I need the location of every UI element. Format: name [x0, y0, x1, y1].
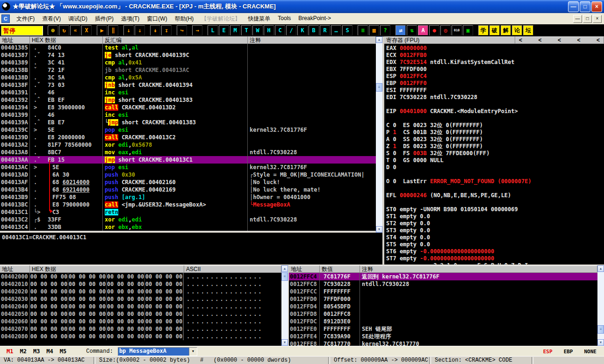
tab-m1[interactable]: M1 — [7, 348, 13, 355]
toolbar-assemble-button[interactable]: A — [418, 25, 428, 36]
toolbar-binary-button[interactable]: 010 — [452, 25, 462, 36]
register-line[interactable]: EBP 0012FFF0 — [386, 80, 604, 87]
register-line[interactable]: EAX 00000000 — [386, 45, 604, 52]
collapse-arrow[interactable]: < — [577, 37, 580, 43]
disasm-row[interactable]: 004013AC>5Epop esikernel32.7C81776F — [0, 164, 376, 171]
disasm-row[interactable]: 004013B4.68 69214000push CRACKME.0040216… — [0, 186, 376, 193]
disasm-row[interactable]: 0040139D.E8 20000000call CRACKME.004013C… — [0, 134, 376, 141]
toolbar-animate-over-button[interactable]: ↧ — [161, 25, 172, 36]
register-line[interactable] — [386, 115, 604, 122]
disasm-row[interactable]: 004013C4.33DBxor ebx,ebx — [0, 223, 376, 231]
menu-item[interactable]: BreakPoint-> — [295, 14, 335, 24]
register-line[interactable]: O 0 LastErr ERROR_MOD_NOT_FOUND (0000007… — [386, 178, 604, 185]
disasm-row[interactable]: 0040138D.3C 5Acmp al,0x5A — [0, 74, 376, 81]
dump-row[interactable]: 0040203000 00 00 0000 00 00 0000 00 00 0… — [0, 295, 281, 303]
disasm-row[interactable]: 004013A8.8BC7mov eax,edintdll.7C930228 — [0, 149, 376, 156]
disasm-row[interactable]: 00401387.ˇ74 13je short CRACKME.0040139C — [0, 51, 376, 59]
disasm-row[interactable]: 00401385.84C0test al,al — [0, 44, 376, 51]
command-dropdown-button[interactable]: ▼ — [189, 348, 197, 356]
toolbar-screen-button[interactable]: ▣ — [463, 25, 473, 36]
toolbar-step-over-button[interactable]: ⇓ — [135, 25, 145, 36]
toolbar-record-button[interactable]: ● — [429, 25, 439, 36]
dump-row[interactable]: 0040202000 00 00 0000 00 00 0000 00 00 0… — [0, 288, 281, 295]
registers-collapse-arrows[interactable]: <<<<< — [515, 36, 604, 44]
scroll-up-button[interactable]: ▲ — [281, 265, 288, 272]
toolbar-po-button[interactable]: 破 — [489, 25, 500, 36]
toolbar-lun-button[interactable]: 论 — [512, 25, 522, 36]
register-line[interactable]: ESP 0012FFC4 — [386, 73, 604, 80]
register-line[interactable]: ST0 empty -UNORM B9B0 01050104 00000069 — [386, 206, 604, 213]
dump-row[interactable]: 0040207000 00 00 0000 00 00 0000 00 00 0… — [0, 325, 281, 333]
disasm-row[interactable]: 004013BC.E8 79000000call <jmp.&USER32.Me… — [0, 201, 376, 208]
toolbar-windows-button[interactable]: W — [252, 25, 263, 36]
toolbar-swap-button[interactable]: ⇄ — [395, 25, 406, 36]
mdi-restore-button[interactable]: □ — [583, 15, 592, 23]
toolbar-go-to-button[interactable]: → — [192, 25, 202, 36]
scroll-thumb[interactable]: ≡ — [597, 325, 604, 334]
toolbar-target-button[interactable]: ◎ — [440, 25, 451, 36]
stack-row[interactable]: 0012FFD80012FFC8 — [289, 310, 597, 318]
tab-m5[interactable]: M5 — [60, 348, 66, 355]
collapse-arrow[interactable]: < — [597, 37, 600, 43]
toolbar-run-button[interactable]: ▶ — [97, 25, 107, 36]
command-input[interactable]: bp MessageBoxA ▼ — [118, 347, 197, 356]
toolbar-run-trace-button[interactable]: … — [331, 25, 341, 36]
register-line[interactable]: ST4 empty 0.0 — [386, 234, 604, 241]
toolbar-tan-button[interactable]: 坛 — [523, 25, 533, 36]
register-line[interactable] — [386, 171, 604, 178]
register-line[interactable]: EFL 00000246 (NO,NB,E,BE,NS,PE,GE,LE) — [386, 192, 604, 199]
disasm-row[interactable]: 00401399.46inc esi — [0, 111, 376, 119]
menu-item[interactable]: 调试(D) — [65, 14, 91, 24]
register-line[interactable]: A 0 SS 0023 32位 0(FFFFFFFF) — [386, 136, 604, 143]
stack-row[interactable]: 0012FFD480545DFD — [289, 303, 597, 310]
menu-item[interactable]: 查看(V) — [38, 14, 65, 24]
register-line[interactable]: EDX 7C92E514 ntdll.KiFastSystemCallRet — [386, 59, 604, 66]
toolbar-source-button[interactable]: S — [342, 25, 352, 36]
toolbar-xue-button[interactable]: 学 — [478, 25, 489, 36]
menu-item[interactable]: 【学破解论坛】 — [197, 14, 244, 24]
scroll-down-button[interactable]: ▼ — [597, 339, 604, 346]
stack-row[interactable]: 0012FFC87C930228ntdll.7C930228 — [289, 280, 597, 288]
toolbar-handles-button[interactable]: H — [264, 25, 274, 36]
toolbar-close-process-button[interactable]: X — [81, 25, 92, 36]
toolbar-execute-till-return-button[interactable]: ↪ — [177, 25, 187, 36]
toolbar-call-stack-button[interactable]: K — [297, 25, 308, 36]
dump-row[interactable]: 0040204000 00 00 0000 00 00 0000 00 00 0… — [0, 303, 281, 310]
toolbar-executables-button[interactable]: E — [219, 25, 229, 36]
toolbar-jie-button[interactable]: 解 — [501, 25, 511, 36]
disasm-row[interactable]: 004013AA.ˇEB 15jmp short CRACKME.004013C… — [0, 156, 376, 164]
toolbar-step-into-button[interactable]: ↓ — [123, 25, 134, 36]
scroll-up-button[interactable]: ▲ — [597, 265, 604, 272]
register-line[interactable]: ECX 0012FFB0 — [386, 52, 604, 59]
stack-row[interactable]: 0012FFE0FFFFFFFFSEH 链尾部 — [289, 325, 597, 333]
dump-row[interactable]: 0040201000 00 00 0000 00 00 0000 00 00 0… — [0, 280, 281, 288]
disasm-row[interactable]: 004013C2┌$33FFxor edi,edintdll.7C930228 — [0, 216, 376, 223]
tab-m2[interactable]: M2 — [20, 348, 26, 355]
disasm-row[interactable]: 0040139C>5Epop esikernel32.7C81776F — [0, 126, 376, 134]
maximize-button[interactable]: □ — [580, 1, 590, 12]
menu-item[interactable]: 插件(P) — [91, 14, 117, 24]
mdi-close-button[interactable]: × — [593, 15, 602, 23]
toolbar-cpu-window-button[interactable]: C — [275, 25, 285, 36]
toolbar-patches-button[interactable]: / — [286, 25, 296, 36]
disasm-row[interactable]: 004013C1└>C3retn — [0, 208, 376, 216]
disasm-row[interactable]: 004013AF.68 60214000push CRACKME.0040216… — [0, 178, 376, 186]
register-line[interactable]: T 0 GS 0000 NULL — [386, 157, 604, 164]
stack-row[interactable]: 0012FFE87C817770kernel32.7C817770 — [289, 340, 597, 346]
stack-row[interactable]: 0012FFCCFFFFFFFF — [289, 288, 597, 295]
disasm-row[interactable]: 0040138F.ˇ73 03jnb short CRACKME.0040139… — [0, 81, 376, 89]
menu-item[interactable]: 窗口(W) — [143, 14, 171, 24]
toolbar-breakpoints-button[interactable]: B — [309, 25, 319, 36]
minimize-button[interactable]: — — [568, 1, 579, 12]
toolbar-list-button[interactable]: ≡ — [358, 25, 368, 36]
register-line[interactable] — [386, 199, 604, 206]
register-line[interactable] — [386, 185, 604, 192]
menu-item[interactable]: 文件(F) — [13, 14, 38, 24]
collapse-arrow[interactable]: < — [538, 37, 541, 43]
dump-row[interactable]: 0040208000 00 00 0000 00 00 0000 00 00 0… — [0, 333, 281, 340]
register-line[interactable]: ST3 empty 0.0 — [386, 227, 604, 234]
close-button[interactable]: × — [591, 1, 602, 12]
disasm-row[interactable]: 004013A2.81F7 78560000xor edi,0x5678 — [0, 141, 376, 149]
mdi-minimize-button[interactable]: — — [573, 15, 582, 23]
toolbar-help-button[interactable]: ? — [380, 25, 390, 36]
